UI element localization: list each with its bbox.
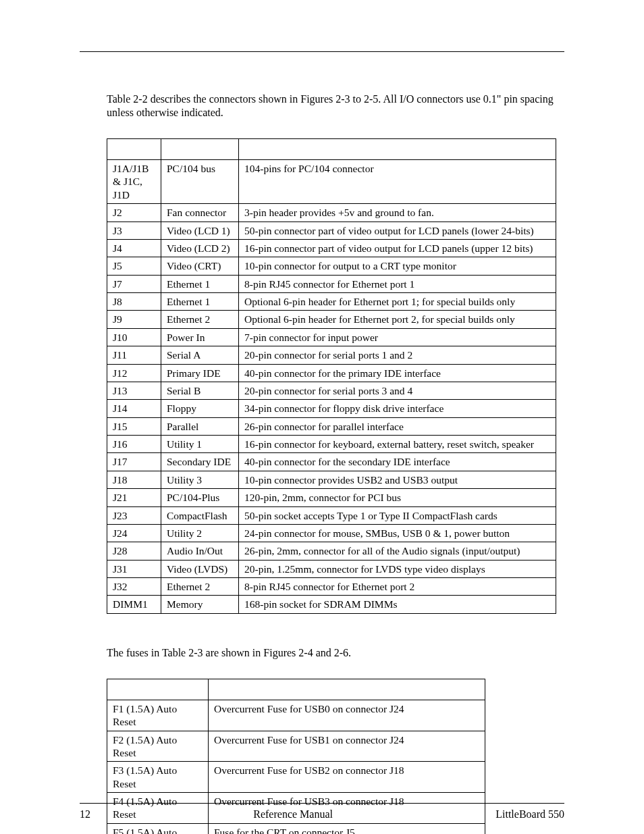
table-cell: 16-pin connector for keyboard, external … <box>239 436 556 453</box>
table-cell: 40-pin connector for the primary IDE int… <box>239 364 556 382</box>
table-cell: 20-pin, 1.25mm, connector for LVDS type … <box>239 560 556 577</box>
table-cell: J28 <box>107 542 161 560</box>
table-header-row <box>107 679 485 700</box>
intro-paragraph-2: The fuses in Table 2-3 are shown in Figu… <box>107 646 579 660</box>
table-cell: 3-pin header provides +5v and ground to … <box>239 204 556 221</box>
table-cell: J17 <box>107 453 161 471</box>
header-cell <box>209 679 485 700</box>
table-cell: 26-pin, 2mm, connector for all of the Au… <box>239 542 556 560</box>
table-cell: CompactFlash <box>161 506 239 524</box>
table-row: J32Ethernet 28-pin RJ45 connector for Et… <box>107 578 556 596</box>
table-cell: 120-pin, 2mm, connector for PCI bus <box>239 489 556 506</box>
table-cell: Overcurrent Fuse for USB2 on connector J… <box>209 762 485 793</box>
table-cell: 104-pins for PC/104 connector <box>239 160 556 204</box>
footer-title: Reference Manual <box>253 808 333 821</box>
table-cell: J24 <box>107 524 161 542</box>
table-cell: J32 <box>107 578 161 596</box>
table-row: J5Video (CRT)10-pin connector for output… <box>107 257 556 275</box>
table-cell: J1A/J1B & J1C, J1D <box>107 160 161 204</box>
table-row: J17Secondary IDE40-pin connector for the… <box>107 453 556 471</box>
table-cell: 8-pin RJ45 connector for Ethernet port 2 <box>239 578 556 596</box>
table-cell: Video (LCD 2) <box>161 239 239 257</box>
table-cell: Ethernet 1 <box>161 293 239 311</box>
table-cell: Video (LVDS) <box>161 560 239 577</box>
table-cell: 50-pin socket accepts Type 1 or Type II … <box>239 506 556 524</box>
table-row: J4Video (LCD 2)16-pin connector part of … <box>107 239 556 257</box>
table-cell: Ethernet 1 <box>161 275 239 292</box>
table-cell: J23 <box>107 506 161 524</box>
page-footer: 12 Reference Manual LittleBoard 550 <box>80 803 564 821</box>
table-cell: J3 <box>107 221 161 239</box>
table-cell: Optional 6-pin header for Ethernet port … <box>239 311 556 328</box>
table-cell: 20-pin connector for serial ports 1 and … <box>239 346 556 364</box>
table-cell: F5 (1.5A) Auto Reset <box>107 823 209 834</box>
table-cell: J15 <box>107 417 161 435</box>
table-row: J12Primary IDE40-pin connector for the p… <box>107 364 556 382</box>
table-cell: J4 <box>107 239 161 257</box>
table-row: J15Parallel26-pin connector for parallel… <box>107 417 556 435</box>
table-cell: Overcurrent Fuse for USB1 on connector J… <box>209 731 485 762</box>
table-cell: 7-pin connector for input power <box>239 328 556 346</box>
table-cell: Ethernet 2 <box>161 578 239 596</box>
table-row: J21PC/104-Plus120-pin, 2mm, connector fo… <box>107 489 556 506</box>
table-cell: J2 <box>107 204 161 221</box>
table-cell: J16 <box>107 436 161 453</box>
table-cell: J21 <box>107 489 161 506</box>
table-cell: Secondary IDE <box>161 453 239 471</box>
table-cell: J7 <box>107 275 161 292</box>
table-cell: Utility 3 <box>161 471 239 488</box>
footer-product: LittleBoard 550 <box>495 808 564 821</box>
table-cell: J12 <box>107 364 161 382</box>
table-row: J9Ethernet 2Optional 6-pin header for Et… <box>107 311 556 328</box>
table-cell: PC/104-Plus <box>161 489 239 506</box>
table-cell: Floppy <box>161 400 239 417</box>
table-header-row <box>107 139 556 160</box>
table-cell: 8-pin RJ45 connector for Ethernet port 1 <box>239 275 556 292</box>
table-row: F3 (1.5A) Auto ResetOvercurrent Fuse for… <box>107 762 485 793</box>
table-cell: J31 <box>107 560 161 577</box>
table-row: J24Utility 224-pin connector for mouse, … <box>107 524 556 542</box>
intro-paragraph-1: Table 2-2 describes the connectors shown… <box>107 93 579 120</box>
table-cell: Serial B <box>161 382 239 399</box>
table-cell: J5 <box>107 257 161 275</box>
table-row: J11Serial A20-pin connector for serial p… <box>107 346 556 364</box>
table-cell: 24-pin connector for mouse, SMBus, USB 0… <box>239 524 556 542</box>
table-cell: 10-pin connector for output to a CRT typ… <box>239 257 556 275</box>
table-row: J13Serial B20-pin connector for serial p… <box>107 382 556 399</box>
table-cell: F2 (1.5A) Auto Reset <box>107 731 209 762</box>
table-row: J7Ethernet 18-pin RJ45 connector for Eth… <box>107 275 556 292</box>
page: Table 2-2 describes the connectors shown… <box>0 0 644 834</box>
table-cell: 16-pin connector part of video output fo… <box>239 239 556 257</box>
table-cell: PC/104 bus <box>161 160 239 204</box>
table-cell: F3 (1.5A) Auto Reset <box>107 762 209 793</box>
table-cell: J9 <box>107 311 161 328</box>
table-row: J1A/J1B & J1C, J1DPC/104 bus104-pins for… <box>107 160 556 204</box>
header-cell <box>239 139 556 160</box>
table-cell: Optional 6-pin header for Ethernet port … <box>239 293 556 311</box>
table-row: J23CompactFlash50-pin socket accepts Typ… <box>107 506 556 524</box>
table-cell: J11 <box>107 346 161 364</box>
table-cell: J8 <box>107 293 161 311</box>
table-cell: Video (CRT) <box>161 257 239 275</box>
header-cell <box>107 679 209 700</box>
table-row: J8Ethernet 1Optional 6-pin header for Et… <box>107 293 556 311</box>
table-cell: Primary IDE <box>161 364 239 382</box>
table-cell: 40-pin connector for the secondary IDE i… <box>239 453 556 471</box>
table-cell: J14 <box>107 400 161 417</box>
table-row: J18Utility 310-pin connector provides US… <box>107 471 556 488</box>
table-cell: Memory <box>161 596 239 613</box>
table-cell: J10 <box>107 328 161 346</box>
table-cell: Fuse for the CRT on connector J5 <box>209 823 485 834</box>
table-row: J28Audio In/Out26-pin, 2mm, connector fo… <box>107 542 556 560</box>
table-cell: Power In <box>161 328 239 346</box>
footer-page-number: 12 <box>80 808 90 821</box>
table-cell: 50-pin connector part of video output fo… <box>239 221 556 239</box>
table-row: F1 (1.5A) Auto ResetOvercurrent Fuse for… <box>107 700 485 731</box>
table-row: J16Utility 116-pin connector for keyboar… <box>107 436 556 453</box>
table-cell: 20-pin connector for serial ports 3 and … <box>239 382 556 399</box>
table-row: J3Video (LCD 1)50-pin connector part of … <box>107 221 556 239</box>
table-cell: 34-pin connector for floppy disk drive i… <box>239 400 556 417</box>
table-cell: Fan connector <box>161 204 239 221</box>
top-rule <box>80 51 564 52</box>
table-cell: Utility 2 <box>161 524 239 542</box>
